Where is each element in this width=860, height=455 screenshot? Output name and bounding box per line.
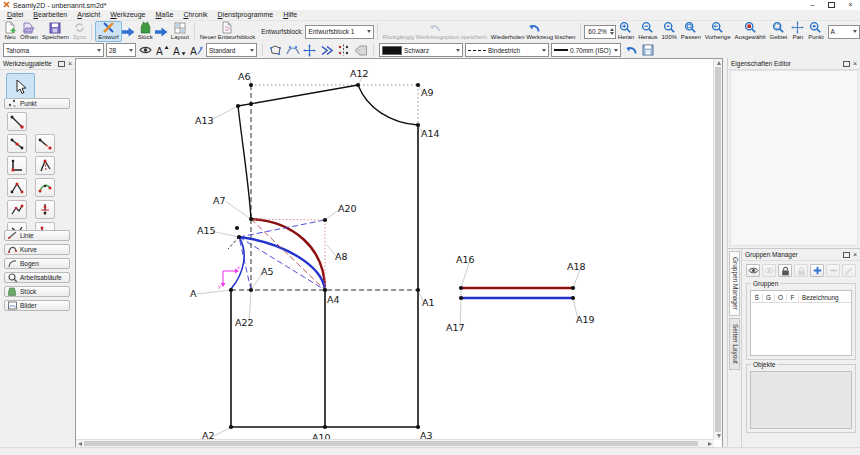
- float-dock-icon[interactable]: [843, 61, 850, 67]
- point-a4[interactable]: [323, 288, 327, 292]
- menu-datei[interactable]: Datei: [2, 10, 28, 20]
- horizontal-scroll-thumb[interactable]: [84, 441, 698, 446]
- point-label-a22[interactable]: A22: [235, 317, 254, 328]
- scroll-down-icon[interactable]: [717, 434, 721, 438]
- undo-arrow-icon[interactable]: [623, 44, 638, 57]
- font-size-select[interactable]: 28: [106, 43, 136, 57]
- zoom-heran-button[interactable]: Heran: [616, 22, 636, 42]
- float-dock-icon[interactable]: [843, 252, 850, 258]
- point-label-a5[interactable]: A5: [261, 266, 274, 277]
- point-dot[interactable]: [249, 102, 253, 106]
- point-label-a1[interactable]: A1: [422, 297, 435, 308]
- point-label-a15[interactable]: A15: [197, 225, 216, 236]
- point-a17[interactable]: [459, 296, 463, 300]
- draft-block-select[interactable]: Entwurfsblock 1: [305, 25, 373, 39]
- point-a3[interactable]: [416, 425, 420, 429]
- point-label-a14[interactable]: A14: [421, 128, 440, 139]
- point-dot[interactable]: [235, 226, 239, 230]
- point-label-a8[interactable]: A8: [335, 251, 348, 262]
- point-label-a4[interactable]: A4: [327, 294, 340, 305]
- maximize-icon[interactable]: [822, 0, 841, 10]
- float-dock-icon[interactable]: [58, 61, 65, 67]
- label-tag-icon[interactable]: [353, 44, 368, 57]
- menu-hilfe[interactable]: Hilfe: [278, 10, 302, 20]
- point-label-a16[interactable]: A16: [456, 254, 475, 265]
- shoulder-a13-a12[interactable]: [238, 85, 358, 106]
- mode-layout-button[interactable]: Layout: [169, 22, 191, 42]
- show-group-eye-icon[interactable]: [746, 264, 760, 277]
- new-button[interactable]: Neu: [2, 22, 18, 42]
- line-type-select[interactable]: Bindestrich: [465, 43, 549, 57]
- point-tool-4-button[interactable]: [7, 156, 27, 175]
- decrease-label-font-icon[interactable]: A: [172, 44, 187, 57]
- zoom-100--button[interactable]: 100%: [659, 22, 678, 42]
- point-a18[interactable]: [571, 286, 575, 290]
- objects-list[interactable]: [750, 371, 852, 429]
- menu-werkzeuge[interactable]: Werkzeuge: [105, 10, 150, 20]
- dock-tab-seiten-layout[interactable]: Seiten Layout: [729, 318, 740, 370]
- open-button[interactable]: Öffnen: [18, 22, 40, 42]
- point-label-a[interactable]: A: [190, 288, 197, 299]
- point-a2[interactable]: [229, 425, 233, 429]
- point-a15[interactable]: [237, 235, 241, 239]
- point-a16[interactable]: [459, 286, 463, 290]
- centerline-a13-a7[interactable]: [238, 106, 251, 219]
- point-tool-6-button[interactable]: [7, 178, 27, 197]
- vertical-scroll-thumb[interactable]: [715, 67, 721, 432]
- point-label-a12[interactable]: A12: [350, 68, 369, 79]
- close-dock-icon[interactable]: ×: [68, 61, 72, 67]
- union-tool-icon[interactable]: [268, 44, 283, 57]
- mode-piece-button[interactable]: Stück: [136, 22, 155, 42]
- label-style-select[interactable]: Standard: [206, 43, 257, 57]
- groups-column-g[interactable]: G: [763, 294, 775, 302]
- palette-section-punkt[interactable]: Punkt: [4, 98, 70, 109]
- close-icon[interactable]: ×: [841, 0, 860, 10]
- point-a[interactable]: [229, 288, 233, 292]
- palette-section-arbeitsabl-ufe[interactable]: Arbeitsabläufe: [4, 272, 70, 283]
- scroll-left-icon[interactable]: [78, 442, 82, 446]
- menu-dienstprogramme[interactable]: Dienstprogramme: [213, 10, 279, 20]
- groups-column-s[interactable]: S: [751, 294, 763, 302]
- point-a1[interactable]: [416, 288, 420, 292]
- add-group-icon[interactable]: [810, 264, 824, 277]
- close-dock-icon[interactable]: ×: [853, 61, 857, 67]
- pattern-drawing[interactable]: A6A12A9A13A14A7A20A15A8AA5A22A4A1A16A18A…: [76, 59, 714, 440]
- menu-ma-e[interactable]: Maße: [150, 10, 178, 20]
- show-labels-eye-icon[interactable]: [138, 44, 153, 57]
- point-label-a13[interactable]: A13: [195, 115, 214, 126]
- point-label-a19[interactable]: A19: [576, 314, 595, 325]
- point-a12[interactable]: [356, 83, 360, 87]
- minimize-icon[interactable]: –: [803, 0, 822, 10]
- rotate-label-icon[interactable]: A: [189, 44, 204, 57]
- point-a5[interactable]: [249, 288, 253, 292]
- zoom-vorherige-button[interactable]: Vorherige: [703, 22, 733, 42]
- menu-bearbeiten[interactable]: Bearbeiten: [28, 10, 72, 20]
- menu-ansicht[interactable]: Ansicht: [72, 10, 105, 20]
- ctrl-blue-a5-a15[interactable]: [239, 237, 251, 290]
- point-a19[interactable]: [571, 296, 575, 300]
- point-tool-9-button[interactable]: [35, 200, 55, 219]
- groups-column-f[interactable]: F: [787, 294, 799, 302]
- point-tool-8-button[interactable]: [7, 200, 27, 219]
- zoom-pan-button[interactable]: Pan: [789, 22, 806, 42]
- palette-section-st-ck[interactable]: Stück: [4, 286, 70, 297]
- curve-handles-icon[interactable]: [285, 44, 300, 57]
- new-draft-block-button[interactable]: Neuer Entwurfsblock: [198, 22, 257, 42]
- point-label-a20[interactable]: A20: [338, 203, 357, 214]
- point-tool-2-button[interactable]: [7, 134, 27, 153]
- curve-red-a7-a4[interactable]: [251, 219, 325, 290]
- palette-section-linie[interactable]: Linie: [4, 230, 70, 241]
- save-small-icon[interactable]: [640, 44, 655, 57]
- mirror-tool-icon[interactable]: [336, 44, 351, 57]
- palette-section-bogen[interactable]: Bogen: [4, 258, 70, 269]
- point-label-a7[interactable]: A7: [213, 195, 226, 206]
- point-a6[interactable]: [249, 83, 253, 87]
- zoom-passen-button[interactable]: Passen: [679, 22, 703, 42]
- menu-chronik[interactable]: Chronik: [178, 10, 212, 20]
- dock-tab-gruppen-manager[interactable]: Gruppen Manager: [729, 251, 740, 316]
- double-chevron-icon[interactable]: [319, 44, 334, 57]
- zoom-point-select[interactable]: A: [828, 25, 860, 39]
- draft-canvas[interactable]: A6A12A9A13A14A7A20A15A8AA5A22A4A1A16A18A…: [75, 58, 723, 448]
- close-dock-icon[interactable]: ×: [853, 252, 857, 258]
- vertical-scrollbar[interactable]: [713, 59, 722, 440]
